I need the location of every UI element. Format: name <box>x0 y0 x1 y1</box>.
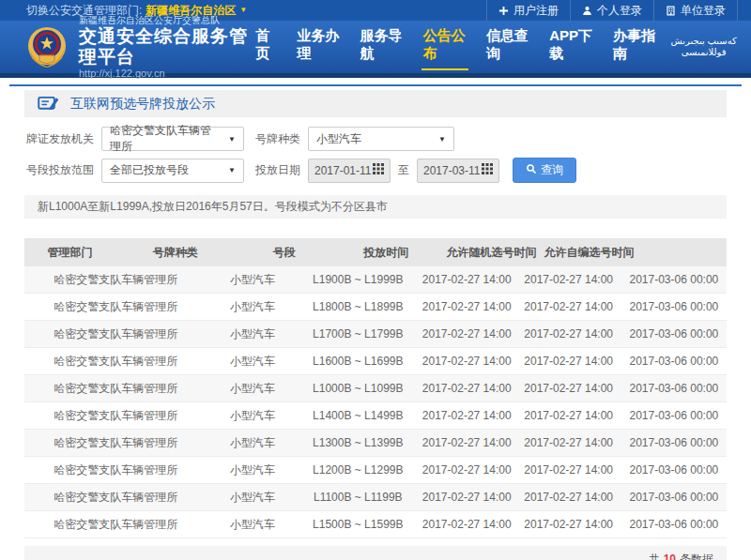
announcement-doc-icon <box>38 95 59 113</box>
result-count-bar: 共 10 条数据 <box>24 546 727 560</box>
chevron-down-icon: ▼ <box>228 166 236 174</box>
brand: 新疆维吾尔自治区公安厅交警总队 交通安全综合服务管理平台 http://xj.1… <box>24 14 255 80</box>
notice-bar: 新L1000A至新L1999A,投放日2016年5月57日。号段模式为不分区县市 <box>24 195 727 219</box>
nav-item[interactable]: 业务办理 <box>297 23 340 70</box>
table-header-cell: 允许自编选号时间 <box>544 245 634 261</box>
filter-form: 牌证发放机关 哈密交警支队车辆管理所 ▼ 号牌种类 小型汽车 ▼ 号段投放范围 … <box>24 117 727 183</box>
range-label: 号段投放范围 <box>26 162 94 178</box>
table-row: 哈密交警支队车辆管理所 小型汽车 L1300B ~ L1399B 2017-02… <box>24 430 727 457</box>
brand-org: 新疆维吾尔自治区公安厅交警总队 <box>79 14 255 26</box>
personal-login-link[interactable]: 个人登录 <box>570 0 653 21</box>
cell-custom-pick-time: 2017-03-06 00:00 <box>621 327 727 341</box>
table-row: 哈密交警支队车辆管理所 小型汽车 L1600B ~ L1699B 2017-02… <box>24 348 727 375</box>
personal-login-label: 个人登录 <box>597 3 642 19</box>
cell-random-pick-time: 2017-02-27 14:00 <box>516 355 621 368</box>
cell-number-range: L1400B ~ L1499B <box>299 409 418 422</box>
table-header-cell: 号段 <box>235 245 333 261</box>
cell-number-range: L1800B ~ L1899B <box>299 300 418 313</box>
table-row: 哈密交警支队车辆管理所 小型汽车 L1700B ~ L1799B 2017-02… <box>24 321 727 348</box>
cell-random-pick-time: 2017-02-27 14:00 <box>516 463 621 477</box>
cell-release-time: 2017-02-27 14:00 <box>418 382 516 395</box>
person-icon <box>582 6 592 16</box>
cell-random-pick-time: 2017-02-27 14:00 <box>516 409 621 422</box>
nav-item[interactable]: 公告公布 <box>423 23 467 70</box>
cell-custom-pick-time: 2017-03-06 00:00 <box>621 491 727 504</box>
nav-item[interactable]: 信息查询 <box>486 23 529 70</box>
cell-custom-pick-time: 2017-03-06 00:00 <box>621 300 727 313</box>
user-register-link[interactable]: 用户注册 <box>486 0 570 21</box>
date-to-label: 至 <box>398 162 409 178</box>
uyghur-service-guide-label[interactable]: كەسىپ بىجىرىش قوللانمىسى <box>669 36 738 58</box>
issuer-select[interactable]: 哈密交警支队车辆管理所 ▼ <box>101 127 244 151</box>
cell-plate-type: 小型汽车 <box>207 408 298 424</box>
result-suffix: 条数据 <box>680 552 713 560</box>
table-row: 哈密交警支队车辆管理所 小型汽车 L1400B ~ L1499B 2017-02… <box>24 402 727 430</box>
cell-release-time: 2017-02-27 14:00 <box>418 273 516 286</box>
cell-release-time: 2017-02-27 14:00 <box>418 300 516 313</box>
cell-custom-pick-time: 2017-03-06 00:00 <box>621 355 727 368</box>
cell-custom-pick-time: 2017-03-06 00:00 <box>621 273 727 286</box>
cell-number-range: L1200B ~ L1299B <box>299 463 418 477</box>
org-login-label: 单位登录 <box>681 3 726 19</box>
plate-type-label: 号牌种类 <box>255 131 300 147</box>
nav-item[interactable]: 服务导航 <box>360 23 404 70</box>
cell-random-pick-time: 2017-02-27 14:00 <box>516 327 621 341</box>
page-title-bar: 互联网预选号牌投放公示 <box>24 90 727 117</box>
nav-item[interactable]: 办事指南 <box>613 23 656 70</box>
chevron-down-icon: ▼ <box>228 135 236 144</box>
cell-number-range: L1300B ~ L1399B <box>299 436 418 449</box>
user-register-label: 用户注册 <box>513 3 559 19</box>
building-icon <box>666 6 676 16</box>
cell-department: 哈密交警支队车辆管理所 <box>24 462 207 478</box>
site-header: 新疆维吾尔自治区公安厅交警总队 交通安全综合服务管理平台 http://xj.1… <box>0 21 751 73</box>
cell-plate-type: 小型汽车 <box>207 381 298 397</box>
query-button-label: 查询 <box>541 162 563 178</box>
police-badge-logo <box>24 24 69 69</box>
date-from-value: 2017-01-11 <box>314 164 372 177</box>
query-button[interactable]: 查询 <box>513 158 576 183</box>
nav-item[interactable]: APP下载 <box>549 23 593 70</box>
cell-plate-type: 小型汽车 <box>207 435 298 451</box>
plate-type-select-value: 小型汽车 <box>316 131 361 147</box>
plate-type-select[interactable]: 小型汽车 ▼ <box>308 127 454 151</box>
cell-random-pick-time: 2017-02-27 14:00 <box>516 518 621 531</box>
cell-release-time: 2017-02-27 14:00 <box>418 518 516 531</box>
result-prefix: 共 <box>649 552 660 560</box>
table-row: 哈密交警支队车辆管理所 小型汽车 L1000B ~ L1099B 2017-02… <box>24 375 727 402</box>
cell-department: 哈密交警支队车辆管理所 <box>24 326 207 342</box>
cell-plate-type: 小型汽车 <box>207 490 298 506</box>
cell-department: 哈密交警支队车辆管理所 <box>24 299 207 315</box>
cell-department: 哈密交警支队车辆管理所 <box>24 272 207 288</box>
cell-release-time: 2017-02-27 14:00 <box>418 463 516 477</box>
table-header-cell: 号牌种类 <box>115 245 235 261</box>
notice-text: 新L1000A至新L1999A,投放日2016年5月57日。号段模式为不分区县市 <box>38 199 388 215</box>
cell-release-time: 2017-02-27 14:00 <box>418 327 516 341</box>
result-count: 10 <box>664 552 676 560</box>
nav-item[interactable]: 首页 <box>255 23 277 70</box>
cell-department: 哈密交警支队车辆管理所 <box>24 435 207 451</box>
cell-custom-pick-time: 2017-03-06 00:00 <box>621 382 727 395</box>
release-table: 管理部门 号牌种类 号段 投放时间 允许随机选号时间 允许自编选号时间 哈密交警… <box>24 238 727 538</box>
table-row: 哈密交警支队车辆管理所 小型汽车 L1200B ~ L1299B 2017-02… <box>24 457 727 484</box>
content-container: 互联网预选号牌投放公示 牌证发放机关 哈密交警支队车辆管理所 ▼ 号牌种类 小型… <box>9 84 742 560</box>
range-select-value: 全部已投放号段 <box>110 162 189 178</box>
date-to-value: 2017-03-11 <box>423 164 481 177</box>
org-login-link[interactable]: 单位登录 <box>653 0 738 21</box>
cell-number-range: L1500B ~ L1599B <box>299 518 418 531</box>
date-to-input[interactable]: 2017-03-11 <box>417 159 499 183</box>
brand-title: 交通安全综合服务管理平台 <box>79 26 255 68</box>
brand-url: http://xj.122.gov.cn <box>79 68 255 80</box>
cell-random-pick-time: 2017-02-27 14:00 <box>516 382 621 395</box>
date-from-input[interactable]: 2017-01-11 <box>308 159 391 183</box>
cell-number-range: L1000B ~ L1099B <box>299 382 418 395</box>
main-nav: 首页 业务办理 服务导航 公告公布 信息查询 APP下载 办事指南 <box>255 23 656 70</box>
cell-department: 哈密交警支队车辆管理所 <box>24 354 207 370</box>
cell-custom-pick-time: 2017-03-06 00:00 <box>621 436 727 449</box>
range-select[interactable]: 全部已投放号段 ▼ <box>101 159 244 183</box>
cell-department: 哈密交警支队车辆管理所 <box>24 517 207 533</box>
calendar-grid-icon <box>373 163 384 177</box>
table-header-cell: 管理部门 <box>24 245 115 261</box>
table-body: 哈密交警支队车辆管理所 小型汽车 L1900B ~ L1999B 2017-02… <box>24 266 727 538</box>
cell-plate-type: 小型汽车 <box>207 299 298 315</box>
cell-custom-pick-time: 2017-03-06 00:00 <box>621 463 727 477</box>
